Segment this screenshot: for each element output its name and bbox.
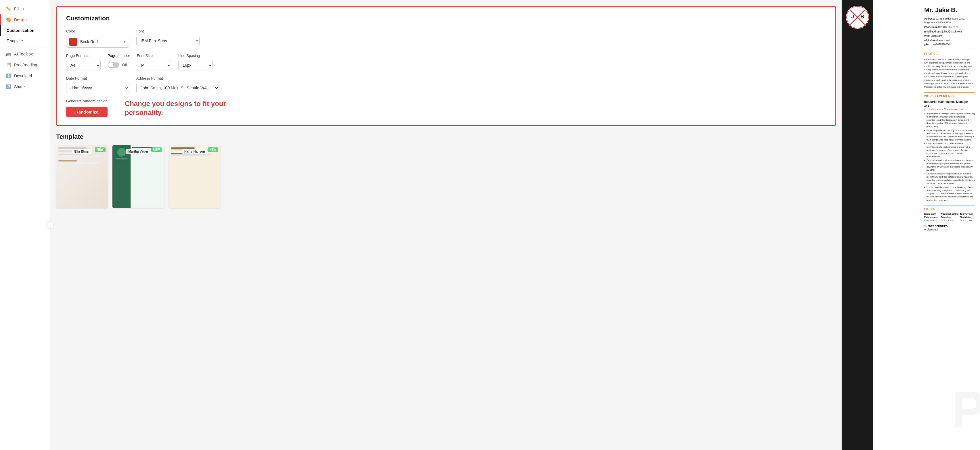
resume-work-title: WORK EXPERIENCE — [924, 92, 975, 98]
format-row: Page Format A4 Letter Page number Off Fo… — [66, 54, 826, 70]
resume-address: Address: 12345 S Elder Wand Lane, Hogsme… — [924, 17, 975, 25]
color-label: Color — [66, 29, 129, 33]
color-select[interactable]: Brick Red ▼ — [66, 36, 129, 48]
font-label: Font — [136, 29, 200, 33]
promo-text: Change you designs to fit your personali… — [125, 99, 240, 117]
sidebar-item-design[interactable]: 🎨 Design — [0, 14, 50, 25]
sidebar-item-proofreading[interactable]: 📋 Proofreading — [0, 60, 50, 70]
page-number-toggle[interactable] — [108, 62, 119, 68]
bullet-item: Provided guidance, training, and motivat… — [924, 129, 975, 142]
randomize-button[interactable]: Randomize — [66, 107, 108, 117]
bullet-item: Oversaw a team of 15 maintenance technic… — [924, 142, 975, 158]
template-section: Template — [56, 133, 836, 208]
collapse-sidebar-button[interactable]: ‹ — [46, 221, 54, 229]
skill-item: Equipment MaintenanceProfessional — [924, 212, 939, 222]
resume-profile-text: Experienced Industrial Maintenance Manag… — [924, 58, 975, 89]
svg-text:B: B — [861, 14, 864, 19]
svg-text:J: J — [851, 14, 854, 19]
skill-item: Journeyman ElectricianProfessional — [959, 212, 975, 222]
download-icon: ⬇️ — [6, 73, 11, 78]
resume-wrapper: J B P Mr. Jake B. Address: 12345 S Elder… — [842, 0, 980, 450]
resume-job-title: Industrial Maintenance Manager — [924, 100, 975, 104]
resume-certified: ⓘ EDPT CERTIFIED Professional — [924, 225, 975, 231]
template-card-1[interactable]: Martha Vader NEW — [113, 145, 164, 208]
customization-title: Customization — [66, 15, 826, 22]
sidebar-item-fill-in[interactable]: ✏️ Fill In — [0, 3, 50, 14]
template-badge-0: NEW — [95, 147, 105, 152]
line-spacing-label: Line Spacing — [178, 54, 213, 58]
line-spacing-select[interactable]: 16px 14px 18px — [178, 60, 213, 70]
template-title: Template — [56, 133, 836, 141]
sidebar-item-ai-toolbox[interactable]: 🤖 AI Toolbox — [0, 49, 50, 60]
date-format-label: Date Format — [66, 76, 129, 81]
ai-icon: 🤖 — [6, 51, 11, 57]
line-spacing-group: Line Spacing 16px 14px 18px — [178, 54, 213, 70]
color-group: Color Brick Red ▼ — [66, 29, 129, 48]
address-format-select[interactable]: John Smith, 100 Main St, Seattle WA ... — [136, 83, 219, 93]
resume-avatar: J B — [846, 6, 869, 29]
template-badge-2: NEW — [208, 147, 218, 152]
bullet-item: Led the installation and commissioning o… — [924, 185, 975, 202]
divider-1 — [0, 47, 50, 48]
proofreading-icon: 📋 — [6, 62, 11, 68]
resume-left-column: J B — [842, 0, 873, 450]
page-number-group: Page number Off — [108, 54, 130, 70]
font-select[interactable]: IBM Plex Sans — [136, 36, 200, 46]
date-format-group: Date Format dd/mm/yyyy mm/dd/yyyy yyyy/m… — [66, 76, 129, 93]
template-badge-1: NEW — [151, 147, 162, 152]
bullet-item: Implemented strategic planning and sched… — [924, 112, 975, 128]
resume-dates: 01/2018 – present 📍 PHOENIX, USA — [924, 108, 975, 111]
watermark-p: P — [951, 384, 980, 436]
sidebar-item-template[interactable]: Template — [0, 36, 50, 46]
sidebar-item-download[interactable]: ⬇️ Download — [0, 70, 50, 81]
resume-preview: J B P Mr. Jake B. Address: 12345 S Elder… — [842, 0, 980, 450]
edit-icon: ✏️ — [6, 6, 11, 11]
design-icon: 🎨 — [6, 17, 11, 22]
page-number-toggle-wrapper: Off — [108, 60, 130, 70]
font-group: Font IBM Plex Sans — [136, 29, 200, 46]
template-card-2[interactable]: Harry Hanson NEW — [169, 145, 221, 208]
share-icon: ↗️ — [6, 84, 11, 89]
date-address-row: Date Format dd/mm/yyyy mm/dd/yyyy yyyy/m… — [66, 76, 826, 93]
template-card-0[interactable]: Ella Elmer NEW — [56, 145, 108, 208]
page-format-label: Page Format — [66, 54, 101, 58]
page-format-group: Page Format A4 Letter — [66, 54, 101, 70]
color-value: Brick Red — [80, 40, 120, 44]
main-content: Customization Color Brick Red ▼ Font IBM… — [50, 0, 842, 450]
resume-name: Mr. Jake B. — [924, 6, 975, 15]
customization-panel: Customization Color Brick Red ▼ Font IBM… — [56, 6, 836, 126]
font-size-label: Font Size — [137, 54, 171, 58]
resume-company: XYZ — [924, 104, 975, 108]
address-format-group: Address Format John Smith, 100 Main St, … — [136, 76, 219, 93]
sidebar-item-share[interactable]: ↗️ Share — [0, 81, 50, 92]
generate-random-label: Generate random design — [66, 99, 108, 103]
resume-email: Email address: jakeb@jakeb.com — [924, 30, 975, 34]
font-size-group: Font Size M S L — [137, 54, 171, 70]
resume-right-column: P Mr. Jake B. Address: 12345 S Elder Wan… — [919, 0, 980, 450]
resume-profile-title: PROFILE — [924, 50, 975, 56]
page-number-toggle-label: Off — [122, 63, 127, 67]
template-grid: Ella Elmer NEW — [56, 145, 836, 208]
color-dropdown-arrow: ▼ — [123, 40, 126, 43]
resume-phone: Phone number: 480-555-2678 — [924, 25, 975, 29]
resume-skills-title: SKILLS — [924, 205, 975, 211]
resume-skills-grid: Equipment MaintenanceProfessionalTrouble… — [924, 212, 975, 222]
color-swatch — [69, 38, 77, 46]
skill-item: Troubleshooting ExpertiseProfessional — [940, 212, 959, 222]
resume-digital: Digital Business Card: jakeb.com/2098590… — [924, 39, 975, 46]
bullet-item: Conducted regular inspections and audits… — [924, 172, 975, 185]
resume-bullets: Implemented strategic planning and sched… — [924, 112, 975, 202]
page-format-select[interactable]: A4 Letter — [66, 60, 101, 70]
bullet-item: Developed and implemented a comprehensiv… — [924, 158, 975, 171]
sidebar-item-customization[interactable]: Customization — [0, 25, 50, 36]
sidebar: ✏️ Fill In 🎨 Design Customization Templa… — [0, 0, 50, 450]
address-format-label: Address Format — [136, 76, 219, 81]
color-font-row: Color Brick Red ▼ Font IBM Plex Sans — [66, 29, 826, 48]
bottom-row: Generate random design Randomize Change … — [66, 99, 826, 117]
font-size-select[interactable]: M S L — [137, 60, 171, 70]
toggle-knob — [108, 62, 113, 68]
randomize-section: Generate random design Randomize — [66, 99, 108, 117]
resume-web: Web: jakeb.com — [924, 34, 975, 38]
page-number-label: Page number — [108, 54, 130, 58]
date-format-select[interactable]: dd/mm/yyyy mm/dd/yyyy yyyy/mm/dd — [66, 83, 129, 93]
